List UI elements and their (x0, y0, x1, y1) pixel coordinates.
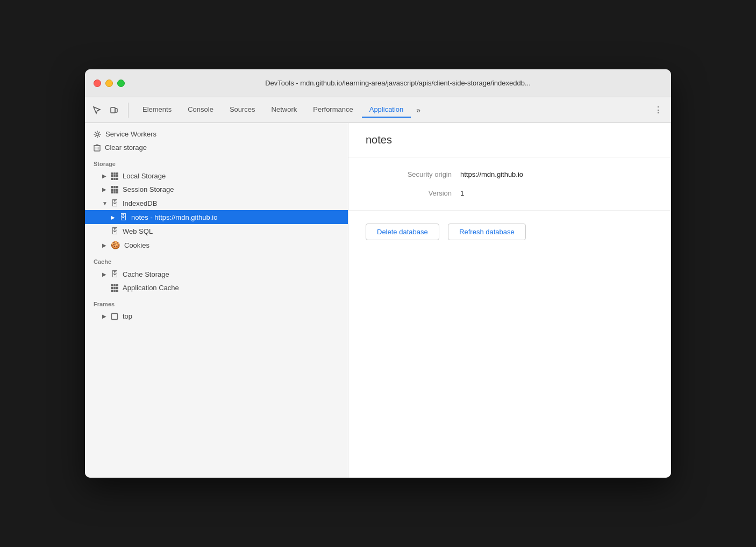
clear-storage-label: Clear storage (105, 143, 147, 152)
minimize-button[interactable] (105, 80, 113, 87)
security-origin-row: Security origin https://mdn.github.io (366, 170, 654, 178)
inspect-icon[interactable] (89, 103, 104, 118)
window-title: DevTools - mdn.github.io/learning-area/j… (133, 79, 662, 87)
arrow-down-icon: ▼ (102, 200, 108, 206)
tab-sources[interactable]: Sources (222, 102, 263, 118)
web-sql-icon: 🗄 (111, 227, 118, 235)
session-storage-icon (111, 186, 118, 193)
version-row: Version 1 (366, 189, 654, 197)
security-origin-value: https://mdn.github.io (460, 170, 523, 178)
content-area: Service Workers Clear storage Storage (85, 123, 671, 478)
top-frame-label: top (123, 312, 132, 320)
sidebar-item-app-cache[interactable]: Application Cache (85, 281, 348, 294)
web-sql-label: Web SQL (123, 227, 153, 235)
frame-icon (111, 313, 118, 320)
tab-network[interactable]: Network (264, 102, 305, 118)
local-storage-icon (111, 172, 118, 180)
sidebar-item-session-storage[interactable]: ▶ Session Storage (85, 183, 348, 196)
tab-console[interactable]: Console (180, 102, 221, 118)
toolbar: Elements Console Sources Network Perform… (85, 97, 671, 123)
arrow-right-icon: ▶ (111, 214, 116, 220)
sidebar-item-top-frame[interactable]: ▶ top (85, 310, 348, 323)
sidebar-item-web-sql[interactable]: 🗄 Web SQL (85, 224, 348, 238)
version-value: 1 (460, 189, 464, 197)
svg-rect-4 (112, 313, 118, 319)
cache-storage-icon: 🗄 (111, 270, 118, 278)
titlebar: DevTools - mdn.github.io/learning-area/j… (85, 69, 671, 97)
version-label: Version (366, 189, 452, 197)
cache-section-label: Cache (85, 252, 348, 267)
notes-db-icon: 🗄 (119, 213, 127, 221)
arrow-right-icon: ▶ (102, 173, 108, 179)
sidebar: Service Workers Clear storage Storage (85, 123, 348, 478)
app-cache-icon (111, 284, 118, 292)
delete-database-button[interactable]: Delete database (366, 224, 439, 240)
cookies-icon: 🍪 (111, 241, 120, 249)
sidebar-item-cache-storage[interactable]: ▶ 🗄 Cache Storage (85, 267, 348, 281)
cookies-label: Cookies (124, 241, 149, 249)
info-section: Security origin https://mdn.github.io Ve… (348, 157, 671, 211)
traffic-lights (94, 80, 125, 87)
cache-storage-label: Cache Storage (123, 270, 169, 278)
service-workers-label: Service Workers (105, 130, 156, 138)
sidebar-item-cookies[interactable]: ▶ 🍪 Cookies (85, 238, 348, 252)
arrow-right-icon: ▶ (102, 186, 108, 192)
tab-performance[interactable]: Performance (305, 102, 360, 118)
more-tabs-icon[interactable]: » (412, 104, 425, 117)
panel-title: notes (348, 123, 671, 157)
svg-point-2 (96, 133, 99, 135)
svg-rect-1 (115, 109, 117, 112)
sidebar-item-service-workers[interactable]: Service Workers (85, 127, 348, 141)
trash-icon (94, 144, 101, 152)
sidebar-item-clear-storage[interactable]: Clear storage (85, 141, 348, 154)
toolbar-icons (89, 103, 129, 118)
notes-item-label: notes - https://mdn.github.io (131, 213, 217, 221)
action-section: Delete database Refresh database (348, 211, 671, 253)
svg-rect-0 (111, 107, 115, 113)
local-storage-label: Local Storage (123, 172, 166, 180)
device-toggle-icon[interactable] (106, 103, 122, 118)
tab-bar: Elements Console Sources Network Perform… (135, 102, 425, 118)
tab-application[interactable]: Application (362, 102, 411, 118)
app-cache-label: Application Cache (123, 284, 179, 292)
tab-elements[interactable]: Elements (135, 102, 179, 118)
sidebar-item-indexeddb[interactable]: ▼ 🗄 IndexedDB (85, 196, 348, 210)
close-button[interactable] (94, 80, 101, 87)
main-panel: notes Security origin https://mdn.github… (348, 123, 671, 478)
sidebar-item-notes-db[interactable]: ▶ 🗄 notes - https://mdn.github.io (85, 210, 348, 224)
frames-section-label: Frames (85, 294, 348, 310)
devtools-menu-icon[interactable]: ⋮ (650, 103, 667, 117)
maximize-button[interactable] (117, 80, 125, 87)
security-origin-label: Security origin (366, 170, 452, 178)
sidebar-item-local-storage[interactable]: ▶ Local Storage (85, 169, 348, 183)
session-storage-label: Session Storage (123, 185, 174, 193)
arrow-right-icon: ▶ (102, 271, 108, 277)
devtools-window: DevTools - mdn.github.io/learning-area/j… (85, 69, 671, 478)
arrow-right-icon: ▶ (102, 242, 108, 248)
storage-section-label: Storage (85, 154, 348, 169)
indexeddb-icon: 🗄 (111, 199, 118, 207)
arrow-right-icon: ▶ (102, 313, 108, 319)
indexeddb-label: IndexedDB (123, 199, 157, 207)
gear-icon (94, 131, 101, 138)
refresh-database-button[interactable]: Refresh database (448, 224, 526, 240)
